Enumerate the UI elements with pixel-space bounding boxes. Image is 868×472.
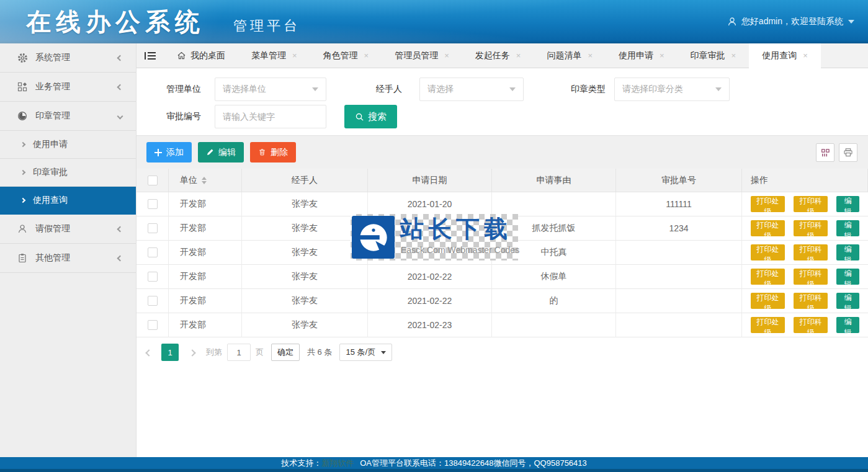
print-section-button[interactable]: 打印科级 [794,317,828,333]
print-division-button[interactable]: 打印处级 [751,196,785,212]
watermark-text: 站长下载 [400,214,512,244]
cell-date: 2021-01-20 [368,192,492,216]
filter-panel: 管理单位 请选择单位 经手人 请选择 印章类型 请选择印章分类 审批编号 [136,68,868,135]
goto-confirm-button[interactable]: 确定 [271,344,300,361]
chevron-down-icon [715,87,722,91]
row-checkbox[interactable] [148,199,158,209]
sidebar-item-system[interactable]: 系统管理 [0,43,136,73]
sidebar-subitem-label: 印章审批 [33,167,68,178]
person-icon [17,223,28,234]
cell-handler: 张学友 [242,192,368,216]
sidebar-item-label: 请假管理 [35,223,70,234]
sidebar-item-use-query[interactable]: 使用查询 [0,187,136,215]
user-menu[interactable]: 您好admin，欢迎登陆系统 [727,0,854,43]
row-edit-button[interactable]: 编辑 [836,317,859,333]
sidebar-subitem-label: 使用申请 [33,139,68,150]
cell-handler: 张学友 [242,216,368,241]
sidebar-item-leave[interactable]: 请假管理 [0,215,136,244]
table-header-row: 单位 经手人 申请日期 申请事由 审批单号 操作 [136,169,868,192]
row-checkbox[interactable] [148,247,158,257]
page-size-value: 15 条/页 [346,347,375,358]
table-toolbar: 添加 编辑 删除 [136,135,868,169]
tab-label: 我的桌面 [190,50,225,61]
chevron-down-icon [117,113,123,119]
sidebar-item-business[interactable]: 业务管理 [0,73,136,102]
cell-date: 2021-02-22 [368,265,492,289]
approval-no-input[interactable] [215,105,326,128]
tab-problem-list[interactable]: 问题清单 × [534,43,606,68]
close-icon[interactable]: × [588,51,593,60]
close-icon[interactable]: × [803,51,808,60]
prev-page-button[interactable] [146,348,151,357]
tab-label: 菜单管理 [251,50,286,61]
print-division-button[interactable]: 打印处级 [751,317,785,333]
seal-type-select[interactable]: 请选择印章分类 [614,78,730,101]
select-all-checkbox[interactable] [148,176,158,185]
print-division-button[interactable]: 打印处级 [751,269,785,285]
support-vendor-link[interactable]: 新翔软件 [321,458,354,469]
tab-collapse-icon[interactable] [136,43,164,68]
sidebar-item-use-application[interactable]: 使用申请 [0,131,136,159]
tab-use-query[interactable]: 使用查询 × [749,43,821,68]
cell-handler: 张学友 [242,241,368,265]
unit-select-placeholder: 请选择单位 [223,84,266,95]
row-checkbox[interactable] [148,272,158,282]
print-division-button[interactable]: 打印处级 [751,293,785,309]
page-size-select[interactable]: 15 条/页 [339,344,392,361]
close-icon[interactable]: × [444,51,449,60]
delete-button-label: 删除 [271,147,288,158]
row-checkbox[interactable] [148,320,158,330]
goto-page-input[interactable] [227,344,251,361]
delete-button[interactable]: 删除 [250,142,296,163]
search-button[interactable]: 搜索 [344,105,397,128]
cell-unit: 开发部 [169,265,242,289]
sidebar-item-other[interactable]: 其他管理 [0,244,136,273]
unit-select[interactable]: 请选择单位 [215,78,326,101]
close-icon[interactable]: × [292,51,297,60]
add-button[interactable]: 添加 [146,142,192,163]
print-division-button[interactable]: 打印处级 [751,244,785,260]
sidebar-subitem-label: 使用查询 [33,195,68,206]
close-icon[interactable]: × [364,51,369,60]
row-edit-button[interactable]: 编辑 [836,269,859,285]
sort-icon[interactable] [202,177,207,184]
tab-role-management[interactable]: 角色管理 × [310,43,382,68]
print-button[interactable] [839,143,857,162]
tab-seal-approval[interactable]: 印章审批 × [678,43,749,68]
print-section-button[interactable]: 打印科级 [794,293,828,309]
close-icon[interactable]: × [732,51,736,60]
row-edit-button[interactable]: 编辑 [836,196,859,212]
close-icon[interactable]: × [660,51,664,60]
print-section-button[interactable]: 打印科级 [794,244,828,260]
next-page-button[interactable] [190,348,195,357]
row-edit-button[interactable]: 编辑 [836,220,859,236]
edit-button[interactable]: 编辑 [198,142,244,163]
current-page-button[interactable]: 1 [161,344,179,361]
print-section-button[interactable]: 打印科级 [794,220,828,236]
tab-label: 角色管理 [323,50,358,61]
tab-my-desktop[interactable]: 我的桌面 [164,43,238,68]
cell-unit: 开发部 [169,216,242,241]
tab-admin-management[interactable]: 管理员管理 × [382,43,462,68]
page-label: 页 [256,347,264,358]
sidebar-item-seal[interactable]: 印章管理 [0,102,136,131]
print-section-button[interactable]: 打印科级 [794,196,828,212]
sidebar-item-seal-approval[interactable]: 印章审批 [0,159,136,187]
row-edit-button[interactable]: 编辑 [836,244,859,260]
filter-columns-button[interactable] [816,143,834,162]
cell-handler: 张学友 [242,313,368,337]
cell-approval-no [616,313,742,337]
column-header-unit[interactable]: 单位 [169,169,242,192]
footer-contact: OA管理平台联系电话：13849422648微信同号，QQ958756413 [360,458,587,469]
handler-select[interactable]: 请选择 [419,78,524,101]
row-checkbox[interactable] [148,223,158,233]
close-icon[interactable]: × [516,51,521,60]
tab-menu-management[interactable]: 菜单管理 × [238,43,310,68]
print-division-button[interactable]: 打印处级 [751,220,785,236]
tab-initiate-task[interactable]: 发起任务 × [462,43,534,68]
row-checkbox[interactable] [148,296,158,306]
cell-date: 2021-02-23 [368,313,492,337]
row-edit-button[interactable]: 编辑 [836,293,859,309]
tab-use-application[interactable]: 使用申请 × [606,43,678,68]
print-section-button[interactable]: 打印科级 [794,269,828,285]
